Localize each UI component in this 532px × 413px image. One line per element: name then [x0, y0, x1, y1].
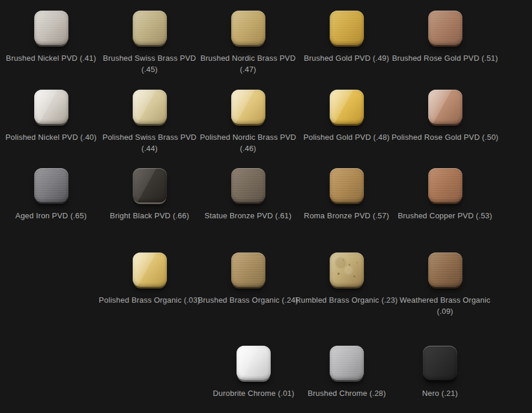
- finish-option[interactable]: Brushed Copper PVD (.53): [396, 168, 494, 221]
- finish-swatch: [133, 11, 167, 45]
- finish-option[interactable]: Bright Black PVD (.66): [100, 168, 199, 221]
- finish-label: Weathered Brass Organic (.09): [400, 294, 491, 317]
- finish-swatch: [231, 11, 265, 45]
- finish-swatch: [34, 90, 68, 124]
- finish-swatch: [231, 90, 265, 124]
- finish-option[interactable]: Roma Bronze PVD (.57): [297, 168, 396, 221]
- finish-row: Durobrite Chrome (.01) Brushed Chrome (.…: [0, 346, 532, 399]
- finish-option[interactable]: Brushed Brass Organic (.24): [199, 253, 297, 306]
- finish-label: Rumbled Brass Organic (.23): [295, 294, 398, 306]
- finish-label: Durobrite Chrome (.01): [213, 388, 294, 399]
- finish-swatch: [428, 168, 462, 202]
- finish-swatch: [330, 11, 364, 45]
- finish-option[interactable]: Polished Brass Organic (.03): [100, 253, 199, 306]
- finish-option[interactable]: Polished Rose Gold PVD (.50): [396, 90, 494, 143]
- finish-option[interactable]: Nero (.21): [393, 346, 487, 399]
- finish-option[interactable]: Rumbled Brass Organic (.23): [297, 253, 396, 306]
- finish-label: Brushed Brass Organic (.24): [198, 294, 298, 306]
- finish-row: Brushed Nickel PVD (.41) Brushed Swiss B…: [0, 11, 532, 75]
- finish-row: Polished Nickel PVD (.40) Polished Swiss…: [0, 90, 532, 154]
- finish-swatch: [231, 168, 265, 202]
- finish-label: Roma Bronze PVD (.57): [304, 210, 389, 221]
- finish-swatch: [428, 90, 462, 124]
- finish-label: Brushed Copper PVD (.53): [398, 210, 492, 221]
- finish-label: Brushed Rose Gold PVD (.51): [392, 53, 498, 64]
- finish-swatch: [428, 11, 462, 45]
- finish-label: Brushed Gold PVD (.49): [304, 53, 389, 64]
- finish-swatch: [133, 90, 167, 124]
- finish-option[interactable]: Brushed Nickel PVD (.41): [2, 11, 100, 64]
- finish-label: Polished Rose Gold PVD (.50): [392, 132, 498, 143]
- finish-label: Aged Iron PVD (.65): [15, 210, 87, 221]
- finish-grid: Brushed Nickel PVD (.41) Brushed Swiss B…: [0, 0, 532, 413]
- finish-option[interactable]: Statue Bronze PVD (.61): [199, 168, 297, 221]
- finish-option[interactable]: Brushed Rose Gold PVD (.51): [396, 11, 494, 64]
- finish-label: Brushed Nickel PVD (.41): [6, 53, 96, 64]
- finish-label: Polished Nordic Brass PVD (.46): [200, 132, 296, 154]
- finish-option[interactable]: Brushed Swiss Brass PVD (.45): [100, 11, 199, 75]
- finish-swatch: [330, 346, 364, 380]
- finish-option[interactable]: Brushed Nordic Brass PVD (.47): [199, 11, 297, 75]
- finish-swatch: [133, 253, 167, 287]
- finish-label: Polished Nickel PVD (.40): [5, 132, 97, 143]
- finish-option[interactable]: Polished Nickel PVD (.40): [2, 90, 100, 143]
- finish-swatch: [423, 346, 457, 380]
- finish-label: Brushed Chrome (.28): [308, 388, 386, 399]
- finish-label: Brushed Swiss Brass PVD (.45): [103, 53, 196, 75]
- finish-swatch: [231, 253, 265, 287]
- finish-row: Polished Brass Organic (.03) Brushed Bra…: [0, 253, 532, 317]
- finish-swatch: [428, 253, 462, 287]
- finish-label: Polished Brass Organic (.03): [99, 294, 201, 306]
- finish-swatch: [34, 11, 68, 45]
- finish-swatch: [34, 168, 68, 202]
- finish-option[interactable]: Polished Swiss Brass PVD (.44): [100, 90, 199, 154]
- finish-swatch: [237, 346, 271, 380]
- finish-label: Polished Gold PVD (.48): [303, 132, 389, 143]
- finish-option[interactable]: Polished Gold PVD (.48): [297, 90, 396, 143]
- finish-label: Statue Bronze PVD (.61): [205, 210, 292, 221]
- finish-row: Aged Iron PVD (.65) Bright Black PVD (.6…: [0, 168, 532, 221]
- finish-option[interactable]: Brushed Gold PVD (.49): [297, 11, 396, 64]
- finish-label: Brushed Nordic Brass PVD (.47): [201, 53, 296, 75]
- finish-option[interactable]: Brushed Chrome (.28): [300, 346, 393, 399]
- finish-label: Nero (.21): [422, 388, 458, 399]
- finish-label: Polished Swiss Brass PVD (.44): [103, 132, 196, 154]
- finish-swatch: [330, 168, 364, 202]
- finish-swatch: [133, 168, 167, 202]
- finish-option[interactable]: Polished Nordic Brass PVD (.46): [199, 90, 297, 154]
- finish-swatch: [330, 90, 364, 124]
- finish-option[interactable]: Weathered Brass Organic (.09): [396, 253, 494, 317]
- finish-label: Bright Black PVD (.66): [110, 210, 189, 221]
- finish-option[interactable]: Aged Iron PVD (.65): [2, 168, 100, 221]
- finish-option[interactable]: Durobrite Chrome (.01): [207, 346, 300, 399]
- finish-swatch: [330, 253, 364, 287]
